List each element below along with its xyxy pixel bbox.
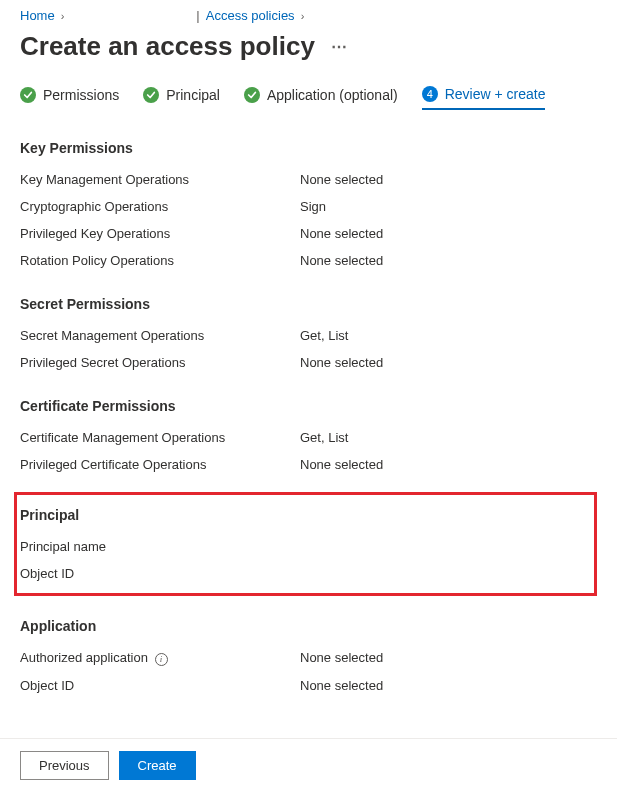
row-value: None selected: [300, 253, 383, 268]
row-value: None selected: [300, 172, 383, 187]
row-label: Principal name: [20, 539, 300, 554]
section-title-secret-permissions: Secret Permissions: [20, 274, 597, 322]
table-row: Authorized application i None selected: [20, 644, 597, 672]
breadcrumb-home[interactable]: Home: [20, 8, 55, 23]
previous-button[interactable]: Previous: [20, 751, 109, 780]
create-button[interactable]: Create: [119, 751, 196, 780]
row-value: None selected: [300, 355, 383, 370]
tab-application[interactable]: Application (optional): [244, 87, 398, 109]
tab-label: Application (optional): [267, 87, 398, 103]
tab-permissions[interactable]: Permissions: [20, 87, 119, 109]
step-number-icon: 4: [422, 86, 438, 102]
wizard-tabs: Permissions Principal Application (optio…: [0, 68, 617, 110]
check-icon: [20, 87, 36, 103]
row-label: Rotation Policy Operations: [20, 253, 300, 268]
content: Key Permissions Key Management Operation…: [0, 110, 617, 699]
table-row: Privileged Certificate Operations None s…: [20, 451, 597, 478]
row-value: Get, List: [300, 430, 348, 445]
row-value: None selected: [300, 457, 383, 472]
table-row: Certificate Management Operations Get, L…: [20, 424, 597, 451]
table-row: Key Management Operations None selected: [20, 166, 597, 193]
table-row: Object ID: [20, 560, 591, 587]
table-row: Rotation Policy Operations None selected: [20, 247, 597, 274]
check-icon: [244, 87, 260, 103]
row-label: Cryptographic Operations: [20, 199, 300, 214]
tab-review-create[interactable]: 4 Review + create: [422, 86, 546, 110]
row-label: Object ID: [20, 566, 300, 581]
section-title-key-permissions: Key Permissions: [20, 118, 597, 166]
pipe-separator: |: [194, 8, 201, 23]
table-row: Privileged Key Operations None selected: [20, 220, 597, 247]
tab-label: Permissions: [43, 87, 119, 103]
tab-principal[interactable]: Principal: [143, 87, 220, 109]
row-label: Key Management Operations: [20, 172, 300, 187]
row-value: Get, List: [300, 328, 348, 343]
row-label: Secret Management Operations: [20, 328, 300, 343]
row-value: None selected: [300, 650, 383, 666]
row-value: None selected: [300, 678, 383, 693]
table-row: Secret Management Operations Get, List: [20, 322, 597, 349]
row-label: Privileged Secret Operations: [20, 355, 300, 370]
row-label: Privileged Certificate Operations: [20, 457, 300, 472]
row-value: Sign: [300, 199, 326, 214]
footer: Previous Create: [0, 738, 617, 792]
check-icon: [143, 87, 159, 103]
section-title-application: Application: [20, 596, 597, 644]
row-value: None selected: [300, 226, 383, 241]
breadcrumb-access-policies[interactable]: Access policies: [206, 8, 295, 23]
chevron-right-icon: ›: [59, 10, 67, 22]
info-icon[interactable]: i: [155, 653, 168, 666]
row-label: Authorized application i: [20, 650, 300, 666]
table-row: Object ID None selected: [20, 672, 597, 699]
table-row: Privileged Secret Operations None select…: [20, 349, 597, 376]
more-icon[interactable]: ⋯: [331, 37, 348, 56]
table-row: Cryptographic Operations Sign: [20, 193, 597, 220]
row-label: Privileged Key Operations: [20, 226, 300, 241]
breadcrumb: Home › | Access policies ›: [0, 0, 617, 27]
tab-label: Principal: [166, 87, 220, 103]
section-title-principal: Principal: [20, 495, 591, 533]
tab-label: Review + create: [445, 86, 546, 102]
row-label: Object ID: [20, 678, 300, 693]
section-title-certificate-permissions: Certificate Permissions: [20, 376, 597, 424]
page-title: Create an access policy ⋯: [0, 27, 617, 68]
row-label: Certificate Management Operations: [20, 430, 300, 445]
principal-highlight: Principal Principal name Object ID: [14, 492, 597, 596]
chevron-right-icon: ›: [299, 10, 307, 22]
table-row: Principal name: [20, 533, 591, 560]
